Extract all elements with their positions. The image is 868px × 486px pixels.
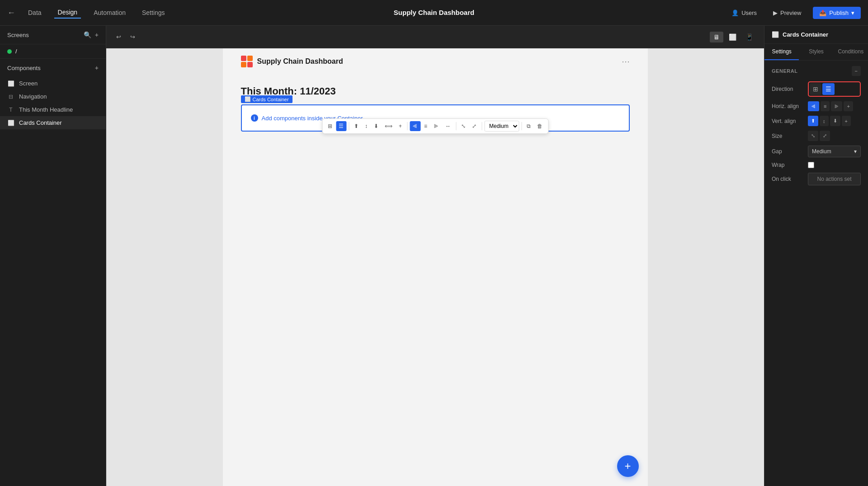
ft-cols-button[interactable]: ⊞ (325, 121, 335, 131)
screen-root-item[interactable]: / (0, 44, 106, 58)
size-shrink-button[interactable]: ⤡ (808, 131, 818, 141)
search-button[interactable]: 🔍 (84, 31, 91, 38)
component-cards-container-label: Cards Container (19, 119, 62, 126)
component-item-headline[interactable]: T This Month Headline (0, 103, 106, 116)
component-screen-label: Screen (19, 80, 38, 87)
screen-icon: ⬜ (7, 80, 14, 87)
ft-align-bot-button[interactable]: ⬇ (371, 121, 381, 131)
canvas-app-header: Supply Chain Dashboard ⋯ (223, 48, 648, 67)
horiz-align-center-button[interactable]: ≡ (821, 101, 830, 111)
page-headline: This Month: 11/2023 (241, 85, 630, 97)
users-button[interactable]: 👤 Users (727, 7, 761, 19)
vert-align-top-button[interactable]: ⬆ (808, 116, 818, 126)
component-headline-label: This Month Headline (19, 106, 73, 113)
wrap-label: Wrap (772, 162, 808, 168)
nav-center: Supply Chain Dashboard (394, 9, 474, 17)
on-click-value: No actions set (817, 176, 851, 182)
top-navigation: ← Data Design Automation Settings Supply… (0, 0, 868, 26)
screen-active-dot (7, 49, 12, 54)
ft-align-center-button[interactable]: ≡ (421, 121, 430, 131)
logo-square-tr (247, 56, 253, 61)
page-title: Supply Chain Dashboard (394, 9, 474, 16)
components-title: Components (7, 65, 41, 71)
desktop-view-button[interactable]: 🖥 (710, 32, 723, 42)
floating-toolbar: ⊞ ☰ ⬆ ↕ ⬇ ⟺ + ⫷ ≡ ⫸ ↔ ⤡ (322, 118, 548, 134)
ft-size-select[interactable]: Medium Small Large (484, 121, 519, 132)
left-sidebar: Screens 🔍 + / Components + ⬜ Screen ⊟ Na… (0, 26, 106, 486)
vert-align-mid-button[interactable]: ↕ (820, 116, 829, 126)
size-expand-button[interactable]: ⤢ (820, 131, 830, 141)
on-click-label: On click (772, 176, 808, 182)
ft-align-mid-button[interactable]: ↕ (362, 121, 370, 131)
logo-square-bl (241, 62, 246, 67)
wrap-checkbox[interactable] (808, 162, 814, 168)
direction-label: Direction (772, 86, 808, 92)
ft-copy-button[interactable]: ⧉ (524, 121, 533, 131)
panel-component-name: ⬜ Cards Container (772, 31, 861, 38)
fab-add-button[interactable]: + (617, 455, 639, 477)
vert-align-controls: ⬆ ↕ ⬇ + (808, 116, 861, 126)
cards-container-icon: ⬜ (7, 120, 14, 126)
component-item-screen[interactable]: ⬜ Screen (0, 77, 106, 90)
ft-stretch-button[interactable]: ↔ (443, 121, 453, 131)
tab-automation[interactable]: Automation (90, 7, 129, 18)
preview-icon: ▶ (773, 9, 778, 16)
component-item-navigation[interactable]: ⊟ Navigation (0, 90, 106, 103)
canvas-options-button[interactable]: ⋯ (622, 57, 630, 66)
horiz-align-row: Horiz. align ⫷ ≡ ⫸ + (772, 101, 861, 111)
undo-button[interactable]: ↩ (113, 32, 124, 42)
on-click-button[interactable]: No actions set (808, 173, 861, 185)
tab-design[interactable]: Design (54, 7, 81, 19)
horiz-align-left-button[interactable]: ⫷ (808, 101, 819, 111)
ft-distribute-button[interactable]: ⟺ (382, 121, 395, 131)
canvas-area: ↩ ↪ 🖥 ⬜ 📱 (106, 26, 764, 486)
tablet-view-button[interactable]: ⬜ (725, 32, 740, 42)
gap-label: Gap (772, 148, 808, 155)
screens-header: Screens 🔍 + (0, 26, 106, 44)
tab-settings[interactable]: Settings (764, 44, 799, 60)
screens-actions: 🔍 + (84, 31, 99, 38)
ft-shrink-button[interactable]: ⤡ (458, 121, 468, 131)
ft-add-button[interactable]: + (396, 121, 405, 131)
tab-styles[interactable]: Styles (799, 44, 833, 60)
ft-align-left-button[interactable]: ⫷ (410, 121, 420, 131)
section-collapse-button[interactable]: − (852, 66, 861, 76)
logo-square-br (247, 62, 253, 67)
tab-settings[interactable]: Settings (138, 7, 169, 18)
cards-container-icon-small: ⬜ (245, 96, 251, 102)
vert-align-bot-button[interactable]: ⬇ (830, 116, 840, 126)
back-button[interactable]: ← (7, 8, 15, 18)
horiz-align-label: Horiz. align (772, 103, 808, 109)
add-screen-button[interactable]: + (95, 31, 99, 38)
mobile-view-button[interactable]: 📱 (742, 32, 757, 42)
ft-rows-button[interactable]: ☰ (336, 121, 346, 131)
users-icon: 👤 (731, 9, 739, 16)
tab-data[interactable]: Data (24, 7, 45, 18)
gap-select[interactable]: Medium ▾ (808, 146, 861, 157)
wrap-row: Wrap (772, 162, 861, 168)
preview-button[interactable]: ▶ Preview (769, 7, 806, 19)
horiz-align-controls: ⫷ ≡ ⫸ + (808, 101, 861, 111)
component-item-cards-container[interactable]: ⬜ Cards Container (0, 116, 106, 129)
ft-align-top-button[interactable]: ⬆ (351, 121, 361, 131)
horiz-align-stretch-button[interactable]: + (844, 101, 853, 111)
logo-square-tl (241, 56, 246, 61)
panel-tabs: Settings Styles Conditions (764, 44, 868, 61)
screens-title: Screens (7, 32, 29, 38)
add-component-button[interactable]: + (95, 64, 99, 71)
vert-align-stretch-button[interactable]: + (842, 116, 851, 126)
publish-button[interactable]: 📤 Publish ▾ (813, 7, 861, 19)
toolbar-left: ↩ ↪ (113, 32, 138, 42)
nav-left: ← Data Design Automation Settings (7, 7, 727, 19)
app-logo (241, 56, 253, 67)
ft-expand-button[interactable]: ⤢ (469, 121, 479, 131)
horiz-align-right-button[interactable]: ⫸ (831, 101, 842, 111)
panel-section-header: GENERAL − (772, 66, 861, 76)
direction-rows-button[interactable]: ☰ (822, 83, 835, 95)
right-panel: ⬜ Cards Container Settings Styles Condit… (764, 26, 868, 486)
ft-align-right-button[interactable]: ⫸ (431, 121, 442, 131)
ft-delete-button[interactable]: 🗑 (534, 121, 545, 131)
tab-conditions[interactable]: Conditions (834, 44, 868, 60)
redo-button[interactable]: ↪ (127, 32, 138, 42)
direction-cols-button[interactable]: ⊞ (810, 83, 821, 95)
